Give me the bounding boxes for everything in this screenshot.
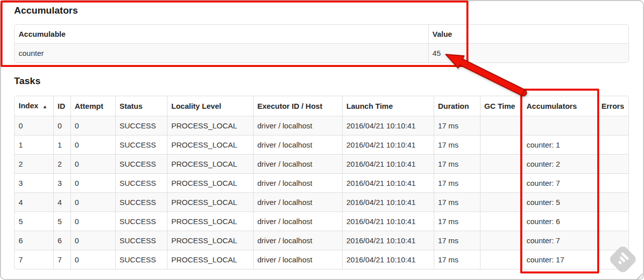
task-cell-launch-time: 2016/04/21 10:10:41 [342,174,434,193]
task-cell-status: SUCCESS [115,212,167,231]
task-cell-locality-level: PROCESS_LOCAL [167,231,253,250]
task-cell-duration: 17 ms [434,116,480,135]
task-cell-launch-time: 2016/04/21 10:10:41 [342,212,434,231]
task-cell-executor-id-host: driver / localhost [253,212,342,231]
task-cell-gc-time [480,193,522,212]
task-cell-accumulators: counter: 2 [522,155,597,174]
task-cell-attempt: 0 [70,212,115,231]
task-cell-duration: 17 ms [434,174,480,193]
task-cell-launch-time: 2016/04/21 10:10:41 [342,155,434,174]
tasks-table: Index▲ ID Attempt Status Locality Level … [14,96,629,269]
column-header-locality-level[interactable]: Locality Level [167,96,253,116]
column-header-gc-time[interactable]: GC Time [480,96,522,116]
task-cell-id: 1 [53,135,70,155]
task-cell-index: 7 [15,250,53,269]
column-header-launch-time[interactable]: Launch Time [342,96,434,116]
tasks-header-row: Index▲ ID Attempt Status Locality Level … [15,96,629,116]
task-cell-errors [597,135,629,155]
task-cell-launch-time: 2016/04/21 10:10:41 [342,250,434,269]
task-cell-attempt: 0 [70,193,115,212]
task-cell-duration: 17 ms [434,193,480,212]
task-cell-id: 4 [53,193,70,212]
task-cell-executor-id-host: driver / localhost [253,174,342,193]
task-cell-duration: 17 ms [434,135,480,155]
task-cell-status: SUCCESS [115,135,167,155]
task-cell-id: 6 [53,231,70,250]
column-header-index[interactable]: Index▲ [15,96,53,116]
task-cell-locality-level: PROCESS_LOCAL [167,155,253,174]
task-cell-locality-level: PROCESS_LOCAL [167,135,253,155]
column-header-duration[interactable]: Duration [434,96,480,116]
task-row: 000SUCCESSPROCESS_LOCALdriver / localhos… [15,116,629,135]
task-row: 550SUCCESSPROCESS_LOCALdriver / localhos… [15,212,629,231]
task-cell-attempt: 0 [70,174,115,193]
task-cell-launch-time: 2016/04/21 10:10:41 [342,116,434,135]
task-cell-gc-time [480,231,522,250]
task-cell-attempt: 0 [70,135,115,155]
task-cell-attempt: 0 [70,250,115,269]
task-cell-launch-time: 2016/04/21 10:10:41 [342,135,434,155]
column-header-executor-id-host[interactable]: Executor ID / Host [253,96,342,116]
task-cell-status: SUCCESS [115,155,167,174]
task-cell-id: 2 [53,155,70,174]
column-header-id[interactable]: ID [53,96,70,116]
task-cell-errors [597,212,629,231]
task-cell-accumulators: counter: 7 [522,174,597,193]
column-header-status[interactable]: Status [115,96,167,116]
task-cell-status: SUCCESS [115,231,167,250]
sort-ascending-icon: ▲ [42,104,47,109]
task-cell-executor-id-host: driver / localhost [253,135,342,155]
task-cell-executor-id-host: driver / localhost [253,231,342,250]
spark-ui-tasks-page: Accumulators Accumulable Value counter 4… [0,0,644,280]
column-header-index-label: Index [19,101,38,110]
task-cell-duration: 17 ms [434,250,480,269]
task-cell-attempt: 0 [70,116,115,135]
task-cell-locality-level: PROCESS_LOCAL [167,174,253,193]
task-cell-status: SUCCESS [115,193,167,212]
task-cell-gc-time [480,174,522,193]
task-cell-executor-id-host: driver / localhost [253,250,342,269]
task-cell-errors [597,155,629,174]
task-cell-id: 0 [53,116,70,135]
column-header-accumulators[interactable]: Accumulators [522,96,597,116]
task-row: 770SUCCESSPROCESS_LOCALdriver / localhos… [15,250,629,269]
accumulable-value-cell: 45 [428,44,629,63]
task-row: 110SUCCESSPROCESS_LOCALdriver / localhos… [15,135,629,155]
task-cell-duration: 17 ms [434,212,480,231]
task-cell-id: 3 [53,174,70,193]
task-cell-errors [597,116,629,135]
column-header-errors[interactable]: Errors [597,96,629,116]
accumulable-column-header: Accumulable [15,25,428,44]
corner-resize-mark [636,273,643,280]
task-cell-gc-time [480,250,522,269]
task-cell-gc-time [480,116,522,135]
task-cell-index: 6 [15,231,53,250]
column-header-attempt[interactable]: Attempt [70,96,115,116]
task-cell-index: 1 [15,135,53,155]
task-cell-index: 4 [15,193,53,212]
task-cell-locality-level: PROCESS_LOCAL [167,250,253,269]
task-cell-id: 5 [53,212,70,231]
task-cell-locality-level: PROCESS_LOCAL [167,116,253,135]
task-cell-accumulators [522,116,597,135]
task-cell-locality-level: PROCESS_LOCAL [167,193,253,212]
task-cell-errors [597,174,629,193]
accumulable-name-cell: counter [15,44,428,63]
task-cell-launch-time: 2016/04/21 10:10:41 [342,193,434,212]
task-cell-index: 5 [15,212,53,231]
task-cell-index: 0 [15,116,53,135]
task-cell-accumulators: counter: 1 [522,135,597,155]
task-cell-locality-level: PROCESS_LOCAL [167,212,253,231]
task-cell-accumulators: counter: 17 [522,250,597,269]
accumulators-header-row: Accumulable Value [15,25,629,44]
task-cell-duration: 17 ms [434,231,480,250]
task-cell-accumulators: counter: 7 [522,231,597,250]
task-cell-accumulators: counter: 5 [522,193,597,212]
task-cell-status: SUCCESS [115,116,167,135]
task-cell-id: 7 [53,250,70,269]
task-row: 330SUCCESSPROCESS_LOCALdriver / localhos… [15,174,629,193]
task-cell-executor-id-host: driver / localhost [253,155,342,174]
task-cell-duration: 17 ms [434,155,480,174]
task-cell-executor-id-host: driver / localhost [253,193,342,212]
task-row: 440SUCCESSPROCESS_LOCALdriver / localhos… [15,193,629,212]
